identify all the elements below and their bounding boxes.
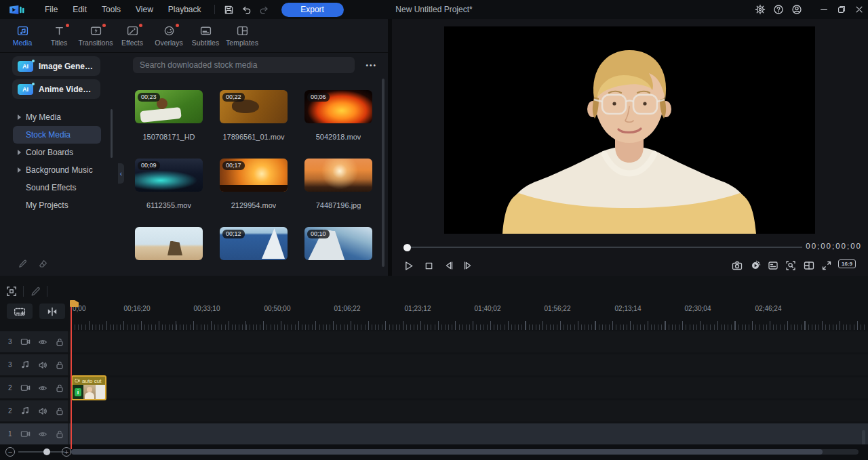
track-header[interactable]: 3	[0, 331, 68, 352]
aspect-ratio-button[interactable]: 16:9	[838, 259, 856, 268]
close-icon[interactable]	[850, 0, 868, 19]
media-thumbnail[interactable]	[135, 227, 203, 260]
content-scrollbar[interactable]	[382, 79, 384, 267]
fullscreen-icon[interactable]	[818, 257, 835, 274]
expand-caret-icon[interactable]	[18, 114, 21, 120]
timeline-scrollbar-thumb[interactable]	[71, 449, 823, 455]
sidebar-item-stock-media[interactable]: Stock Media	[13, 126, 101, 144]
timeline-zoom-handle[interactable]	[43, 448, 50, 455]
sidebar-item-color-boards[interactable]: Color Boards	[0, 144, 125, 161]
lock-icon[interactable]	[51, 383, 68, 393]
more-options-icon[interactable]: •••	[366, 62, 377, 69]
media-thumbnail[interactable]: 00;23	[135, 90, 203, 123]
transform-tool-icon[interactable]	[0, 285, 23, 297]
playhead-marker[interactable]	[70, 300, 79, 307]
undo-icon[interactable]	[238, 2, 256, 17]
media-thumbnail[interactable]: 00;17	[220, 159, 288, 192]
track-lane[interactable]	[68, 354, 868, 375]
track-header[interactable]: 2	[0, 400, 68, 421]
menu-view[interactable]: View	[128, 0, 161, 19]
stop-icon[interactable]	[420, 257, 437, 274]
menu-file[interactable]: File	[37, 0, 65, 19]
media-item: 00;17 2129954.mov	[220, 159, 288, 209]
tab-templates[interactable]: Templates	[224, 25, 260, 47]
preview-video-frame[interactable]	[444, 26, 815, 234]
zoom-in-icon[interactable]: +	[62, 447, 71, 457]
menu-playback[interactable]: Playback	[161, 0, 209, 19]
anime-video-generator-button[interactable]: AI Anime Video G...	[12, 79, 100, 99]
track-lane[interactable]	[68, 331, 868, 352]
save-icon[interactable]	[220, 2, 238, 17]
split-clip-button[interactable]	[39, 304, 65, 319]
preview-scrubber-track[interactable]	[411, 247, 802, 248]
media-thumbnail[interactable]: 00;09	[135, 159, 203, 192]
eraser-icon[interactable]	[38, 259, 48, 269]
snapshot-camera-icon[interactable]	[729, 257, 745, 274]
media-thumbnail[interactable]: 00;22	[220, 90, 288, 123]
track-lane[interactable]	[68, 400, 868, 421]
eye-icon[interactable]	[34, 337, 51, 347]
split-view-icon[interactable]	[801, 257, 817, 274]
lock-icon[interactable]	[51, 337, 68, 347]
timeline-zoom-slider[interactable]	[18, 451, 64, 453]
eye-icon[interactable]	[34, 430, 51, 439]
maximize-icon[interactable]	[833, 0, 850, 19]
sidebar-item-my-media[interactable]: My Media	[0, 108, 125, 126]
timeline-horizontal-scrollbar[interactable]	[71, 449, 859, 455]
tab-titles[interactable]: Titles	[41, 25, 77, 47]
tab-overlays[interactable]: Overlays	[151, 25, 187, 47]
sidebar-scrollbar[interactable]	[111, 109, 113, 158]
tab-transitions[interactable]: Transitions	[77, 25, 114, 47]
next-frame-icon[interactable]	[460, 257, 476, 274]
help-icon[interactable]	[769, 2, 787, 17]
media-thumbnail[interactable]: 00;12	[220, 227, 288, 260]
search-input[interactable]	[133, 57, 355, 73]
lock-icon[interactable]	[51, 406, 68, 416]
play-icon[interactable]	[400, 257, 416, 274]
account-icon[interactable]	[787, 2, 806, 17]
lock-icon[interactable]	[51, 360, 68, 370]
media-thumbnail[interactable]	[304, 159, 372, 192]
playhead-line[interactable]	[71, 302, 72, 449]
render-preview-icon[interactable]	[747, 257, 764, 274]
preview-scrubber-handle[interactable]	[403, 244, 411, 251]
expand-caret-icon[interactable]	[18, 150, 21, 155]
titles-icon	[54, 25, 65, 37]
track-lane[interactable]	[68, 377, 868, 398]
timeline-clip-auto-cut[interactable]: auto cut	[71, 375, 106, 400]
sidebar-item-my-projects[interactable]: My Projects	[0, 196, 125, 214]
redo-icon[interactable]	[256, 2, 273, 17]
track-header[interactable]: 2	[0, 377, 68, 398]
video-editor-window: File Edit Tools View Playback Export New…	[0, 0, 868, 460]
media-thumbnail[interactable]: 00;10	[304, 227, 372, 260]
sidebar-item-sound-effects[interactable]: Sound Effects	[0, 179, 125, 196]
lock-icon[interactable]	[51, 430, 68, 439]
minimize-icon[interactable]	[815, 0, 833, 19]
tab-media[interactable]: Media	[4, 25, 41, 47]
track-header[interactable]: 3	[0, 354, 68, 375]
speaker-icon[interactable]	[34, 360, 51, 370]
sidebar-collapse-handle[interactable]: ‹	[118, 163, 124, 184]
zoom-out-icon[interactable]: −	[5, 447, 15, 457]
pen-icon[interactable]	[18, 259, 28, 269]
sidebar-item-background-music[interactable]: Background Music	[0, 161, 125, 179]
tab-subtitles[interactable]: Subtitles	[187, 25, 224, 47]
speaker-icon[interactable]	[34, 406, 51, 416]
image-generator-button[interactable]: AI Image Generator	[12, 56, 100, 76]
track-header[interactable]: 1	[0, 423, 68, 444]
tab-effects[interactable]: Effects	[114, 25, 151, 47]
eye-icon[interactable]	[34, 383, 51, 393]
settings-gear-icon[interactable]	[751, 2, 769, 17]
caption-track-button[interactable]	[7, 304, 33, 319]
timeline-ruler[interactable]: 0;00 00;16;20 00;33;10 00;50;00 01;06;22…	[71, 305, 868, 316]
playlist-icon[interactable]	[765, 257, 781, 274]
previous-frame-icon[interactable]	[441, 257, 457, 274]
media-thumbnail[interactable]: 00;06	[304, 90, 372, 123]
draw-tool-icon[interactable]	[24, 286, 47, 297]
menu-edit[interactable]: Edit	[65, 0, 94, 19]
track-lane[interactable]	[68, 423, 868, 444]
export-button[interactable]: Export	[281, 3, 344, 17]
expand-caret-icon[interactable]	[18, 167, 21, 173]
menu-tools[interactable]: Tools	[94, 0, 128, 19]
preview-zoom-icon[interactable]	[783, 257, 799, 274]
